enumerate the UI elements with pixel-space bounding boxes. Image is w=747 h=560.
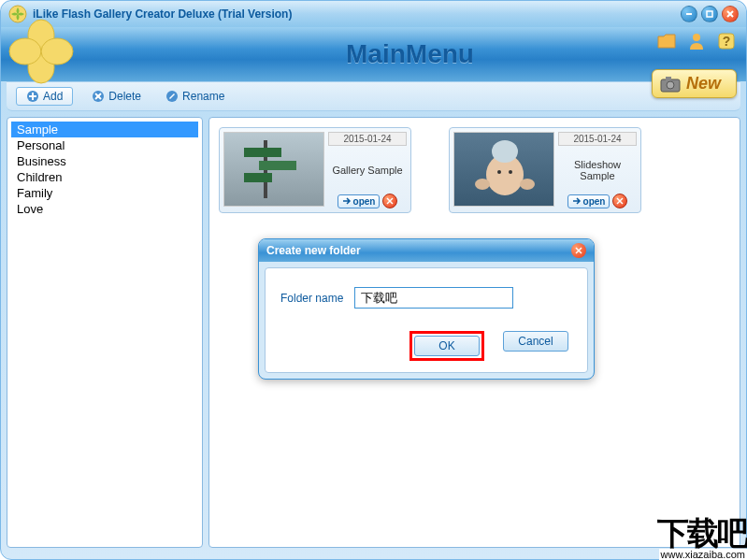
card-date: 2015-01-24 [558, 132, 637, 146]
ok-highlight-box: OK [409, 331, 484, 361]
delete-icon [92, 90, 105, 103]
delete-label: Delete [108, 90, 141, 103]
gallery-row: 2015-01-24 Gallery Sample open [219, 127, 730, 213]
header: MainMenu ? New [1, 27, 746, 81]
sidebar-item-personal[interactable]: Personal [11, 137, 198, 153]
sidebar-item-sample[interactable]: Sample [11, 122, 198, 137]
toolbar: Add Delete Rename [7, 81, 740, 111]
card-title: Slideshow Sample [558, 146, 637, 194]
logo-leaf-icon [8, 19, 74, 84]
folder-icon[interactable] [656, 31, 677, 51]
ok-button[interactable]: OK [414, 336, 480, 356]
svg-point-13 [667, 81, 674, 89]
titlebar: iLike Flash Gallery Creator Deluxe (Tria… [1, 1, 746, 27]
delete-button[interactable]: Delete [86, 88, 147, 105]
svg-point-26 [497, 170, 501, 174]
camera-icon [660, 76, 681, 93]
page-title: MainMenu [74, 39, 746, 69]
dialog-close-button[interactable] [571, 243, 586, 258]
thumbnail-icon [453, 132, 554, 207]
maximize-button[interactable] [701, 6, 718, 22]
close-button[interactable] [722, 6, 739, 22]
gallery-card[interactable]: 2015-01-24 Gallery Sample open [219, 127, 411, 213]
open-button[interactable]: open [567, 194, 611, 208]
new-button[interactable]: New [652, 69, 737, 98]
svg-rect-2 [707, 11, 712, 17]
card-delete-button[interactable] [382, 194, 397, 208]
plus-icon [26, 90, 39, 103]
svg-text:?: ? [723, 34, 731, 49]
window-title: iLike Flash Gallery Creator Deluxe (Tria… [33, 7, 681, 21]
add-label: Add [43, 90, 63, 103]
new-button-label: New [686, 74, 721, 93]
arrow-right-icon [572, 196, 582, 206]
card-delete-button[interactable] [612, 194, 627, 208]
rename-button[interactable]: Rename [160, 88, 230, 105]
minimize-button[interactable] [681, 6, 697, 22]
svg-rect-14 [666, 77, 671, 80]
rename-icon [165, 90, 179, 103]
thumbnail-icon [223, 132, 324, 207]
svg-point-9 [693, 34, 700, 41]
dialog-titlebar: Create new folder [259, 239, 594, 262]
open-button[interactable]: open [338, 194, 381, 208]
card-date: 2015-01-24 [328, 132, 407, 146]
folder-name-input[interactable] [354, 287, 513, 309]
rename-label: Rename [182, 90, 224, 103]
svg-point-27 [509, 170, 512, 174]
svg-point-29 [520, 179, 535, 190]
sidebar-item-business[interactable]: Business [11, 153, 198, 169]
card-title: Gallery Sample [328, 146, 406, 194]
arrow-right-icon [342, 196, 352, 206]
add-button[interactable]: Add [16, 87, 73, 106]
svg-point-25 [492, 140, 518, 163]
sidebar-item-family[interactable]: Family [11, 185, 198, 201]
folder-name-label: Folder name [280, 292, 343, 305]
help-icon[interactable]: ? [716, 31, 737, 51]
sidebar-item-love[interactable]: Love [11, 201, 198, 217]
gallery-card[interactable]: 2015-01-24 Slideshow Sample open [449, 127, 641, 213]
user-icon[interactable] [686, 31, 707, 51]
window-controls [681, 6, 739, 22]
dialog-title: Create new folder [266, 244, 361, 257]
sidebar-item-children[interactable]: Children [11, 169, 198, 185]
create-folder-dialog: Create new folder Folder name OK Cancel [258, 238, 595, 380]
sidebar: Sample Personal Business Children Family… [7, 117, 203, 548]
cancel-button[interactable]: Cancel [503, 331, 568, 352]
svg-point-28 [475, 179, 490, 190]
svg-point-8 [41, 38, 73, 65]
svg-point-7 [9, 38, 41, 65]
